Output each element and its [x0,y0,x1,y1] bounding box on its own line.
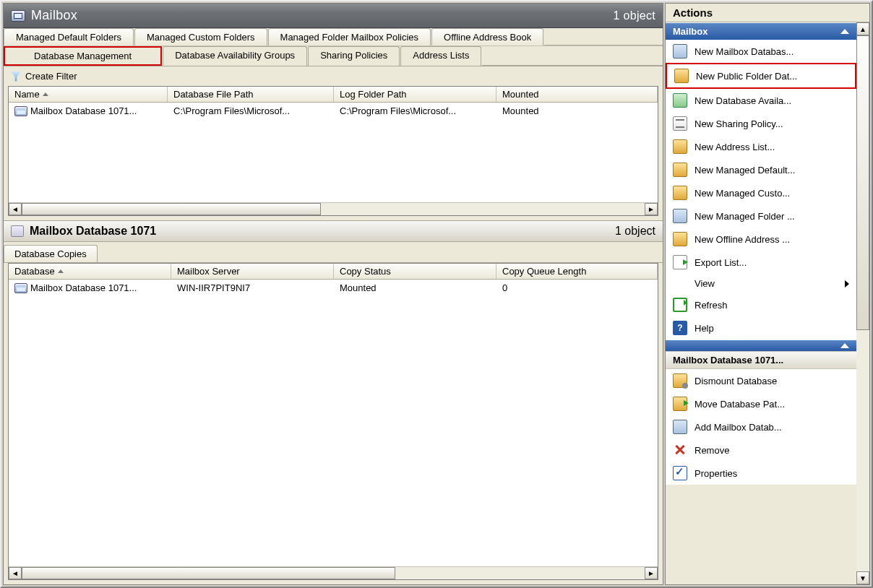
action-label: New Sharing Policy... [694,118,783,129]
action-label: Dismount Database [694,376,777,386]
col-database[interactable]: Database [9,264,171,279]
policy-icon [673,116,687,131]
tab-offline-address-book[interactable]: Offline Address Book [431,28,543,46]
sort-asc-icon [43,92,48,96]
tab-managed-folder-mailbox-policies[interactable]: Managed Folder Mailbox Policies [268,28,431,46]
action-label: Move Database Pat... [694,399,785,410]
action-label: Help [694,323,714,334]
move-icon [673,397,687,411]
tab-database-availability-groups[interactable]: Database Availability Groups [163,46,307,66]
col-db-file-path[interactable]: Database File Path [168,87,334,102]
databases-listview: Name Database File Path Log Folder Path … [8,86,658,216]
group-icon [673,93,687,108]
action-new-address-list[interactable]: New Address List... [666,135,856,158]
tab-database-copies[interactable]: Database Copies [4,245,98,262]
action-new-database-availa[interactable]: New Database Availa... [666,89,856,112]
mailbox-banner: Mailbox 1 object [4,4,663,28]
action-view[interactable]: View [666,274,856,293]
actions-title: Actions [666,4,869,22]
tab-managed-custom-folders[interactable]: Managed Custom Folders [134,28,267,46]
action-label: Add Mailbox Datab... [694,422,782,433]
banner-title: Mailbox [31,8,77,23]
database-icon [14,106,27,116]
action-label: View [694,278,715,289]
action-new-managed-default[interactable]: New Managed Default... [666,158,856,181]
action-move-database-pat[interactable]: Move Database Pat... [666,392,856,415]
hscrollbar-bottom[interactable]: ◄ ► [9,566,658,579]
tab-address-lists[interactable]: Address Lists [400,46,481,66]
actions-list-db: Dismount DatabaseMove Database Pat...Add… [666,369,856,485]
hscrollbar-top[interactable]: ◄ ► [9,202,658,215]
scroll-right-icon[interactable]: ► [645,567,658,579]
scroll-up-icon[interactable]: ▲ [856,22,869,35]
actions-section-db[interactable]: Mailbox Database 1071... [666,351,856,369]
db-icon [673,209,687,223]
database-icon [14,283,27,293]
tab-sharing-policies[interactable]: Sharing Policies [308,46,400,66]
scroll-thumb[interactable] [22,203,321,215]
funnel-icon [11,72,21,82]
actions-section-collapse-bar[interactable] [666,340,856,351]
tab-row-1: Managed Default Folders Managed Custom F… [4,28,663,46]
scroll-right-icon[interactable]: ► [645,203,658,215]
col-mounted[interactable]: Mounted [496,87,658,102]
action-label: Remove [694,445,729,456]
tab-row-2: Database Management Database Availabilit… [4,46,663,66]
actions-vscrollbar[interactable]: ▲ ▼ [856,22,869,584]
prop-icon [673,466,687,480]
folder-icon [674,69,689,83]
action-new-sharing-policy[interactable]: New Sharing Policy... [666,112,856,135]
action-label: New Managed Folder ... [694,211,795,222]
help-icon: ? [673,321,687,335]
action-export-list[interactable]: Export List... [666,251,856,274]
collapse-icon[interactable] [840,343,849,348]
table-row[interactable]: Mailbox Database 1071... WIN-IIR7PIT9NI7… [9,280,658,296]
scroll-left-icon[interactable]: ◄ [9,203,22,215]
action-label: New Managed Custo... [694,188,790,199]
scroll-thumb[interactable] [22,567,395,579]
actions-list-mailbox: New Mailbox Databas...New Public Folder … [666,40,856,340]
tab-database-management[interactable]: Database Management [4,46,162,66]
action-label: New Public Folder Dat... [696,71,797,82]
action-refresh[interactable]: Refresh [666,293,856,316]
actions-section-mailbox[interactable]: Mailbox [666,22,856,40]
detail-tabs: Database Copies [4,242,663,263]
scroll-down-icon[interactable]: ▼ [856,571,869,584]
table-row[interactable]: Mailbox Database 1071... C:\Program File… [9,103,658,119]
action-remove[interactable]: Remove [666,438,856,462]
folder-icon [673,163,687,177]
action-label: New Database Availa... [694,95,791,106]
scroll-thumb[interactable] [856,35,869,330]
col-copy-queue-length[interactable]: Copy Queue Length [496,264,658,279]
remove-icon [673,443,687,457]
action-add-mailbox-datab[interactable]: Add Mailbox Datab... [666,415,856,438]
sort-asc-icon [58,269,64,273]
action-help[interactable]: ?Help [666,316,856,340]
create-filter-link[interactable]: Create Filter [25,71,77,82]
db-icon [673,44,687,59]
col-log-folder-path[interactable]: Log Folder Path [334,87,496,102]
col-name[interactable]: Name [9,87,168,102]
actions-pane: Actions Mailbox New Mailbox Databas...Ne… [665,3,870,585]
scroll-left-icon[interactable]: ◄ [9,567,22,579]
main-pane: Mailbox 1 object Managed Default Folders… [3,3,663,585]
folder-icon [673,186,687,200]
action-new-offline-address[interactable]: New Offline Address ... [666,228,856,251]
action-label: Refresh [694,300,728,311]
collapse-icon[interactable] [840,29,849,34]
action-new-managed-folder[interactable]: New Managed Folder ... [666,204,856,228]
action-label: New Address List... [694,142,775,152]
action-new-managed-custo[interactable]: New Managed Custo... [666,181,856,204]
action-new-public-folder-dat[interactable]: New Public Folder Dat... [666,63,856,89]
col-copy-status[interactable]: Copy Status [334,264,496,279]
action-dismount-database[interactable]: Dismount Database [666,369,856,392]
tab-managed-default-folders[interactable]: Managed Default Folders [4,28,134,46]
col-mailbox-server[interactable]: Mailbox Server [171,264,334,279]
database-icon [11,225,24,237]
action-properties[interactable]: Properties [666,462,856,485]
addr-icon [673,232,687,246]
submenu-arrow-icon [845,280,849,287]
detail-count: 1 object [615,225,655,238]
db-icon [673,420,687,434]
action-new-mailbox-databas[interactable]: New Mailbox Databas... [666,40,856,63]
